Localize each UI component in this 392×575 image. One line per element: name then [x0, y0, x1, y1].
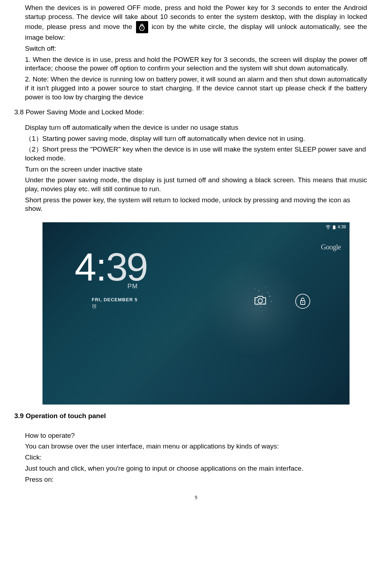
paragraph-power-saving-1: （1）Starting power saving mode, display w…	[25, 134, 367, 143]
paragraph-how-operate: How to operate?	[25, 431, 367, 440]
alarm-row	[92, 304, 147, 309]
wifi-icon	[326, 225, 331, 229]
paragraph-display-off: Display turn off automatically when the …	[25, 123, 367, 132]
paragraph-intro: When the devices is in powered OFF mode,…	[25, 4, 367, 42]
alarm-icon	[92, 304, 97, 309]
switch-off-label: Switch off:	[25, 44, 367, 53]
clock-colon: :	[96, 247, 105, 287]
paragraph-black-screen: Under the power saving mode, the display…	[25, 176, 367, 193]
unlock-icon	[295, 294, 310, 309]
status-bar: 4:39	[326, 224, 346, 230]
lockscreen-image: 4:39 Google 4 : 39 PM FRI, DECEMBER 5	[42, 222, 350, 405]
clock-time: 4 : 39	[75, 247, 147, 287]
svg-rect-3	[333, 226, 335, 229]
paragraph-press-label: Press on:	[25, 475, 367, 484]
page-number: 9	[25, 495, 367, 501]
paragraph-power-saving-2: （2）Short press the "POWER" key when the …	[25, 145, 367, 163]
clock-widget: 4 : 39 PM FRI, DECEMBER 5	[75, 247, 147, 309]
svg-rect-4	[333, 225, 335, 226]
section-heading-3-9: 3.9 Operation of touch panel	[14, 412, 367, 421]
google-widget: Google	[321, 242, 341, 252]
section-heading-3-8: 3.8 Power Saving Mode and Locked Mode:	[14, 108, 367, 117]
status-time: 4:39	[338, 224, 346, 230]
camera-icon	[254, 295, 267, 308]
lock-icon	[136, 21, 148, 33]
clock-hour: 4	[75, 247, 95, 287]
svg-point-1	[141, 28, 142, 29]
paragraph-switchoff-1: 1. When the device is in use, press and …	[25, 55, 367, 73]
svg-point-6	[258, 299, 262, 303]
paragraph-short-press: Short press the power key, the system wi…	[25, 196, 367, 213]
svg-point-8	[302, 302, 303, 303]
paragraph-click-desc: Just touch and click, when you're going …	[25, 464, 367, 473]
clock-minute: 39	[106, 247, 147, 287]
battery-icon	[333, 225, 336, 229]
paragraph-switchoff-2: 2. Note: When the device is running low …	[25, 75, 367, 101]
paragraph-turn-on: Turn on the screen under inactive state	[25, 165, 367, 174]
lockscreen-actions	[254, 294, 310, 309]
lockscreen-image-container: 4:39 Google 4 : 39 PM FRI, DECEMBER 5	[25, 222, 367, 405]
paragraph-browse: You can browse over the user interface, …	[25, 442, 367, 451]
paragraph-click-label: Click:	[25, 453, 367, 462]
clock-date: FRI, DECEMBER 5	[92, 297, 147, 303]
clock-ampm: PM	[127, 282, 147, 291]
svg-point-2	[328, 228, 328, 229]
